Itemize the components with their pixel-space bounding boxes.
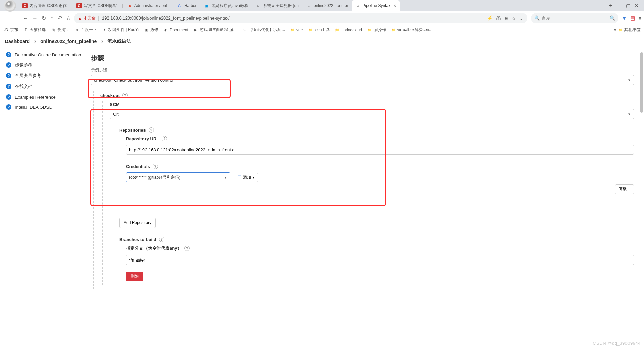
bookmark-favicon: ◐: [163, 27, 168, 33]
sidebar-item-global-vars[interactable]: ?全局变量参考: [0, 70, 88, 81]
folder-icon: 📁: [334, 27, 340, 33]
window-close-icon[interactable]: ✕: [635, 3, 639, 8]
help-icon: ?: [6, 94, 11, 100]
bookmark-item[interactable]: 淘爱淘宝: [51, 27, 69, 33]
bookmark-item[interactable]: ✦功能组件 | RuoYi: [102, 27, 139, 33]
sidebar-item-steps-ref[interactable]: ?步骤参考: [0, 60, 88, 70]
add-repository-button[interactable]: Add Repository: [119, 218, 156, 228]
nav-forward-icon[interactable]: →: [32, 15, 38, 21]
bookmark-label: json工具: [314, 27, 330, 33]
vertical-scrollbar[interactable]: [640, 52, 643, 113]
chevron-right-icon: ❯: [98, 39, 106, 43]
browser-tab[interactable]: ⬡Harbor: [173, 0, 200, 11]
bookmark-label: vue: [296, 28, 303, 32]
addr-bookmark-icon[interactable]: ☆: [512, 15, 516, 21]
sidebar-item-label: 全局变量参考: [15, 73, 41, 79]
bookmark-item[interactable]: ▣必修: [143, 27, 158, 33]
nav-home-icon[interactable]: ⌂: [50, 15, 54, 21]
bookmark-item[interactable]: 📁vue: [290, 27, 303, 33]
window-minimize-icon[interactable]: —: [617, 3, 622, 8]
favicon: ☺: [306, 3, 312, 8]
bookmarks-overflow[interactable]: » 📁 其他书签: [614, 27, 641, 33]
browser-tab[interactable]: ☺系统 » 全局凭据 (un: [252, 0, 302, 11]
tree-line: [112, 125, 117, 281]
help-icon[interactable]: ?: [122, 93, 128, 98]
search-submit-icon[interactable]: 🔍: [610, 15, 615, 21]
nav-star-icon[interactable]: ☆: [66, 15, 71, 21]
browser-tab[interactable]: C写文章-CSDN博客: [73, 0, 120, 11]
browser-pdf-icon[interactable]: ▤: [630, 15, 635, 21]
bookmark-label: virtualbox解决cen...: [397, 27, 433, 33]
breadcrumb: Dashboard ❯ online2022_font_pipeline ❯ 流…: [0, 35, 644, 47]
repo-url-input[interactable]: [126, 145, 634, 155]
tab-title: online2022_font_pi: [314, 3, 348, 8]
breadcrumb-page[interactable]: 流水线语法: [107, 38, 131, 44]
folder-icon: 📁: [618, 27, 623, 33]
bookmark-item[interactable]: T天猫精选: [23, 27, 46, 33]
browser-tab[interactable]: ◆Administrator / onl: [124, 0, 170, 11]
bookmark-item[interactable]: 📁git操作: [367, 27, 386, 33]
help-icon: ?: [6, 104, 11, 110]
sample-step-select[interactable]: checkout: Check out from version control: [91, 75, 634, 85]
nav-reload-icon[interactable]: ↻: [42, 15, 46, 21]
favicon: ▣: [204, 3, 210, 8]
browser-tab[interactable]: ▣黑马程序员Java教程: [201, 0, 252, 11]
help-icon[interactable]: ?: [184, 246, 190, 251]
profile-avatar[interactable]: [4, 0, 16, 12]
addr-dropdown-icon[interactable]: ⌄: [519, 15, 523, 21]
window-maximize-icon[interactable]: ▢: [626, 3, 631, 8]
browser-menu-icon[interactable]: ≡: [638, 15, 641, 21]
browser-tab[interactable]: ☺Pipeline Syntax:×: [352, 0, 399, 11]
delete-button[interactable]: 删除: [126, 272, 143, 281]
sidebar-item-examples[interactable]: ?Examples Reference: [0, 92, 88, 102]
bookmark-item[interactable]: 📁springcloud: [334, 27, 362, 33]
favicon: C: [22, 3, 28, 8]
bookmark-item[interactable]: ⊗百度一下: [74, 27, 97, 33]
help-icon[interactable]: ?: [162, 136, 167, 141]
addr-flash-icon[interactable]: ⚡: [487, 15, 493, 21]
bookmark-favicon: ↘: [242, 27, 247, 33]
advanced-button[interactable]: 高级...: [615, 184, 634, 194]
favicon: ☺: [256, 3, 261, 8]
bookmark-item[interactable]: 📁virtualbox解决cen...: [391, 27, 433, 33]
sidebar-item-intellij[interactable]: ?IntelliJ IDEA GDSL: [0, 102, 88, 112]
sidebar-item-label: Examples Reference: [15, 95, 56, 100]
bookmark-label: 必修: [150, 27, 158, 33]
tab-close-icon[interactable]: ×: [393, 3, 396, 8]
bookmark-label: 【Unity优化】我所...: [248, 27, 285, 33]
sidebar-item-online-docs[interactable]: ?在线文档: [0, 81, 88, 92]
bookmark-item[interactable]: ↘【Unity优化】我所...: [242, 27, 285, 33]
browser-tab[interactable]: C内容管理-CSDN创作: [19, 0, 70, 11]
breadcrumb-dashboard[interactable]: Dashboard: [5, 39, 30, 44]
browser-search-box[interactable]: 🔍 百度 🔍: [531, 13, 618, 23]
add-credentials-button[interactable]: ⚿添加 ▾: [234, 173, 258, 182]
addr-zoom-icon[interactable]: ⊕: [504, 15, 508, 21]
help-icon[interactable]: ?: [153, 164, 158, 169]
sidebar-item-declarative-docs[interactable]: ?Declarative Online Documentation: [0, 49, 88, 60]
scm-select[interactable]: Git: [110, 109, 634, 119]
bookmark-item[interactable]: JD京东: [3, 27, 18, 33]
browser-tab[interactable]: ☺online2022_font_pi: [303, 0, 351, 11]
nav-back-icon[interactable]: ←: [23, 15, 28, 21]
branch-spec-input[interactable]: [126, 255, 634, 265]
bookmark-item[interactable]: ▶游戏dll逆向教程-游...: [193, 27, 237, 33]
new-tab-button[interactable]: +: [606, 1, 615, 11]
help-icon: ?: [6, 62, 11, 68]
address-bar[interactable]: ▲ 不安全 | 192.168.0.120:8080/job/online202…: [74, 13, 528, 23]
nav-undo-icon[interactable]: ↶: [58, 15, 62, 21]
bookmark-item[interactable]: 📁json工具: [308, 27, 330, 33]
bookmark-label: Document: [170, 28, 188, 32]
tab-title: 黑马程序员Java教程: [212, 3, 248, 9]
folder-icon: 📁: [367, 27, 372, 33]
addr-translate-icon[interactable]: ⁂: [496, 15, 501, 21]
bookmark-label: 京东: [10, 27, 18, 33]
tree-line: [93, 91, 98, 289]
breadcrumb-job[interactable]: online2022_font_pipeline: [40, 39, 97, 44]
browser-download-icon[interactable]: ▼: [622, 15, 627, 21]
bookmark-item[interactable]: ◐Document: [163, 27, 188, 33]
help-icon[interactable]: ?: [149, 127, 154, 133]
watermark: CSDN @qq_39009944: [593, 341, 641, 346]
bookmark-favicon: ▶: [193, 27, 198, 33]
credentials-select[interactable]: root/****** (gitlab账号和密码): [126, 172, 230, 182]
help-icon[interactable]: ?: [159, 237, 164, 242]
